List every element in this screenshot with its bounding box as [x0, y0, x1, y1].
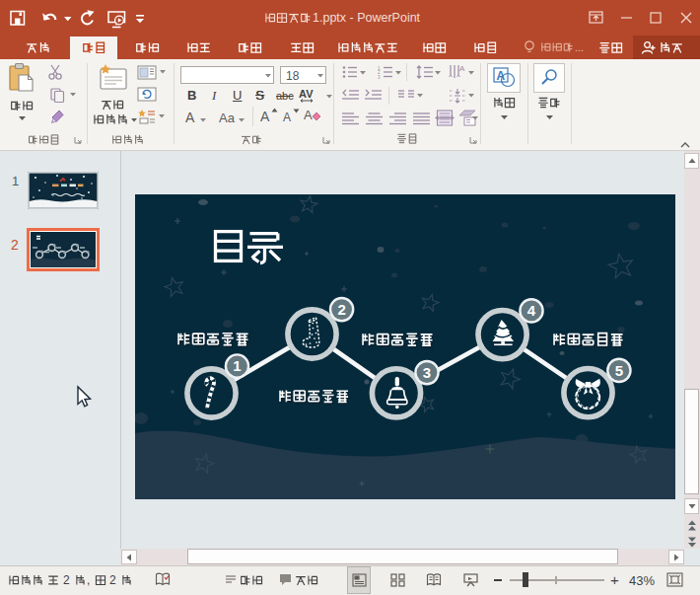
svg-text:3: 3 — [378, 75, 381, 80]
svg-text:5: 5 — [615, 362, 623, 379]
svg-text:1: 1 — [233, 357, 241, 374]
svg-text:4: 4 — [527, 302, 536, 319]
svg-text:A: A — [304, 108, 313, 122]
svg-text:A: A — [497, 69, 506, 83]
svg-text:A: A — [459, 64, 465, 73]
svg-text:2: 2 — [337, 301, 345, 318]
svg-text:AV: AV — [299, 88, 314, 100]
svg-text:3: 3 — [423, 364, 431, 381]
